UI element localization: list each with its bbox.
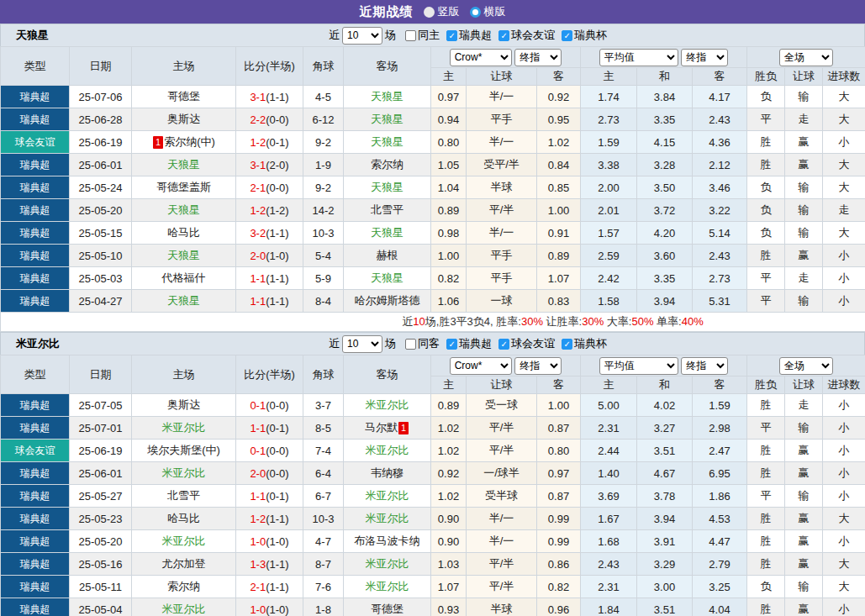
- result-wdl-cell: 胜: [747, 598, 785, 616]
- fulltime-score: 2-0: [250, 467, 266, 480]
- average-odds-select[interactable]: 平均值: [599, 357, 678, 375]
- home-team-cell: 天狼星: [132, 199, 236, 222]
- match-row: 瑞典超25-05-20米亚尔比1-0(1-0)4-7布洛马波卡纳0.90半/一0…: [1, 530, 865, 553]
- fulltime-score: 0-1: [250, 445, 266, 457]
- result-goals-cell: 大: [823, 108, 865, 131]
- radio-checked-icon: [470, 7, 481, 18]
- bookmaker-select[interactable]: Crow*: [450, 49, 512, 66]
- fulltime-select[interactable]: 全场: [779, 49, 833, 66]
- match-type-cell: 瑞典超: [1, 222, 70, 245]
- result-goals-cell: 小: [823, 530, 865, 553]
- match-type-cell: 瑞典超: [1, 485, 70, 508]
- asia-odds-cell: 0.89: [431, 199, 467, 222]
- euro-odds-cell: 4.02: [637, 394, 693, 417]
- team-name-text: 哈尔姆斯塔德: [355, 294, 420, 307]
- summary-text: 40%: [682, 315, 704, 328]
- asia-odds-cell: 0.91: [537, 222, 581, 245]
- team-name-text: 布洛马波卡纳: [355, 534, 420, 547]
- result-handicap-cell: 输: [785, 222, 823, 245]
- average-odds-select[interactable]: 平均值: [599, 49, 678, 66]
- league-checkbox-cup[interactable]: 瑞典杯: [562, 28, 607, 43]
- match-type-cell: 瑞典超: [1, 394, 70, 417]
- bookmaker-select[interactable]: Crow*: [450, 357, 512, 375]
- final-odds-select[interactable]: 终指: [514, 357, 562, 375]
- asia-odds-cell: 0.84: [537, 154, 581, 176]
- euro-odds-cell: 3.00: [637, 576, 693, 598]
- same-venue-checkbox[interactable]: 同主: [405, 28, 440, 43]
- asia-odds-cell: 0.97: [431, 86, 467, 108]
- halftime-score: (1-1): [266, 558, 288, 571]
- team-name-text: 索尔纳: [371, 158, 403, 171]
- date-cell: 25-06-19: [70, 131, 132, 154]
- asia-odds-cell: 受半球: [467, 485, 537, 508]
- euro-odds-cell: 4.20: [637, 222, 693, 245]
- col-res-goals: 进球数: [823, 68, 865, 86]
- euro-odds-cell: 5.31: [693, 290, 747, 313]
- result-goals-cell: 小: [823, 131, 865, 154]
- home-team-cell: 哈马比: [132, 222, 236, 245]
- home-team-cell: 索尔纳: [132, 576, 236, 598]
- league-checkbox-friendly[interactable]: 球会友谊: [498, 28, 555, 43]
- euro-odds-cell: 3.29: [637, 553, 693, 576]
- result-handicap-cell: 走: [785, 394, 823, 417]
- fulltime-score: 3-1: [250, 91, 266, 103]
- match-count-select[interactable]: 10: [342, 27, 382, 45]
- col-res-wdl: 胜负: [747, 376, 785, 394]
- asia-odds-cell: 0.89: [537, 245, 581, 267]
- league-checkbox-friendly[interactable]: 球会友谊: [498, 336, 555, 351]
- asia-odds-cell: 1.00: [431, 245, 467, 267]
- asia-odds-cell: 1.02: [537, 131, 581, 154]
- result-wdl-cell: 平: [747, 485, 785, 508]
- score-cell: 1-1(1-1): [236, 267, 303, 290]
- result-goals-cell: 小: [823, 245, 865, 267]
- team-name-text: 尤尔加登: [162, 557, 206, 570]
- filter-bar-1: 天狼星 近 10 场 同主 瑞典超 球会友谊: [0, 24, 865, 46]
- final-odds-select[interactable]: 终指: [681, 49, 728, 66]
- recent-results-page: 近期战绩 竖版 横版 天狼星 近 10 场 同主 瑞典超: [0, 0, 865, 616]
- euro-odds-cell: 1.74: [581, 86, 637, 108]
- match-row: 球会友谊25-06-191索尔纳(中)1-2(0-1)9-2天狼星0.80半/一…: [1, 131, 865, 154]
- match-count-select[interactable]: 10: [342, 335, 382, 353]
- fulltime-select[interactable]: 全场: [779, 357, 833, 375]
- corner-cell: 1-9: [303, 154, 344, 176]
- result-wdl-cell: 负: [747, 576, 785, 598]
- date-cell: 25-05-23: [70, 508, 132, 530]
- euro-odds-cell: 3.35: [637, 108, 693, 131]
- date-cell: 25-05-10: [70, 245, 132, 267]
- euro-odds-cell: 2.43: [693, 108, 747, 131]
- league-label: 球会友谊: [511, 336, 555, 351]
- euro-odds-cell: 1.59: [581, 131, 637, 154]
- team-name-text: 米亚尔比: [162, 421, 206, 434]
- match-row: 瑞典超25-05-11索尔纳2-1(1-1)7-6米亚尔比1.07平/半0.82…: [1, 576, 865, 598]
- col-euro-away: 客: [693, 68, 747, 86]
- corner-cell: 5-4: [303, 245, 344, 267]
- team-name-text: 米亚尔比: [162, 603, 206, 615]
- result-wdl-cell: 胜: [747, 553, 785, 576]
- final-odds-select[interactable]: 终指: [681, 357, 728, 375]
- halftime-score: (1-1): [266, 91, 288, 103]
- layout-radio-vertical[interactable]: 竖版: [424, 4, 460, 19]
- fulltime-score: 2-1: [250, 182, 266, 194]
- same-venue-checkbox[interactable]: 同客: [405, 336, 440, 351]
- result-handicap-cell: 输: [785, 86, 823, 108]
- away-team-cell: 天狼星: [344, 131, 431, 154]
- halftime-score: (1-0): [266, 535, 288, 548]
- team-name-text: 米亚尔比: [366, 489, 409, 502]
- match-type-cell: 瑞典超: [1, 530, 70, 553]
- league-checkbox-allsvenskan[interactable]: 瑞典超: [446, 336, 492, 351]
- layout-radio-horizontal[interactable]: 横版: [470, 4, 506, 19]
- radio-vertical-label: 竖版: [438, 4, 460, 19]
- col-date: 日期: [70, 47, 132, 86]
- match-type-cell: 瑞典超: [1, 176, 70, 199]
- match-row: 瑞典超25-06-01米亚尔比2-0(0-0)6-4韦纳穆0.92一/球半0.9…: [1, 462, 865, 485]
- euro-odds-cell: 5.00: [581, 394, 637, 417]
- corner-cell: 14-2: [303, 199, 344, 222]
- asia-odds-cell: 半/一: [467, 86, 537, 108]
- league-checkbox-allsvenskan[interactable]: 瑞典超: [446, 28, 492, 43]
- league-label: 瑞典杯: [574, 28, 607, 43]
- score-cell: 0-1(0-0): [236, 440, 303, 462]
- league-checkbox-cup[interactable]: 瑞典杯: [562, 336, 607, 351]
- final-odds-select[interactable]: 终指: [514, 49, 562, 66]
- euro-odds-cell: 1.84: [581, 598, 637, 616]
- result-goals-cell: 小: [823, 485, 865, 508]
